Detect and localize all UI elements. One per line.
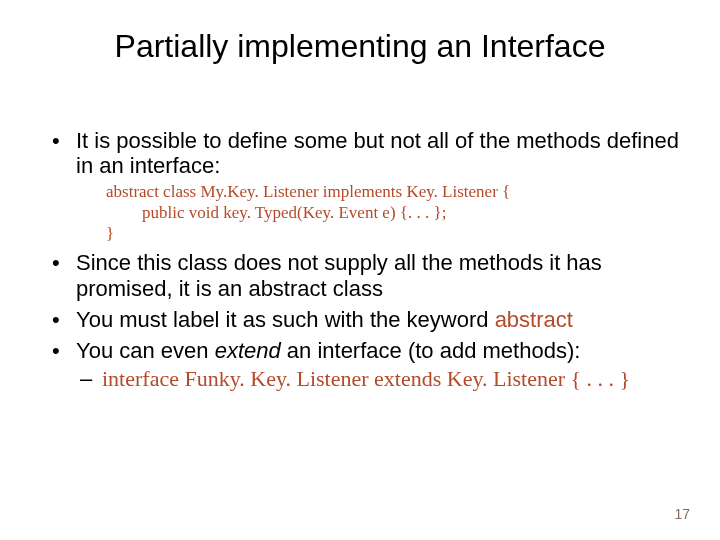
bullet-3-pre: You must label it as such with the keywo… (76, 307, 495, 332)
code-block: abstract class My.Key. Listener implemen… (106, 181, 686, 245)
bullet-4: You can even extend an interface (to add… (46, 338, 686, 391)
bullet-1: It is possible to define some but not al… (46, 128, 686, 244)
sub-bullet-1-code: interface Funky. Key. Listener extends K… (102, 366, 630, 391)
sub-bullet-list: interface Funky. Key. Listener extends K… (76, 366, 686, 391)
bullet-2-text: Since this class does not supply all the… (76, 250, 602, 300)
bullet-2: Since this class does not supply all the… (46, 250, 686, 301)
bullet-list: It is possible to define some but not al… (46, 128, 686, 391)
slide-body: It is possible to define some but not al… (46, 128, 686, 397)
slide: Partially implementing an Interface It i… (0, 0, 720, 540)
code-line-3: } (106, 223, 686, 244)
bullet-4-post: an interface (to add methods): (281, 338, 581, 363)
sub-bullet-1: interface Funky. Key. Listener extends K… (76, 366, 686, 391)
code-line-1: abstract class My.Key. Listener implemen… (106, 181, 686, 202)
bullet-1-text: It is possible to define some but not al… (76, 128, 679, 178)
slide-title: Partially implementing an Interface (0, 28, 720, 65)
bullet-4-pre: You can even (76, 338, 215, 363)
bullet-3-keyword: abstract (495, 307, 573, 332)
bullet-4-em: extend (215, 338, 281, 363)
bullet-3: You must label it as such with the keywo… (46, 307, 686, 332)
code-line-2: public void key. Typed(Key. Event e) {. … (106, 202, 686, 223)
page-number: 17 (674, 506, 690, 522)
